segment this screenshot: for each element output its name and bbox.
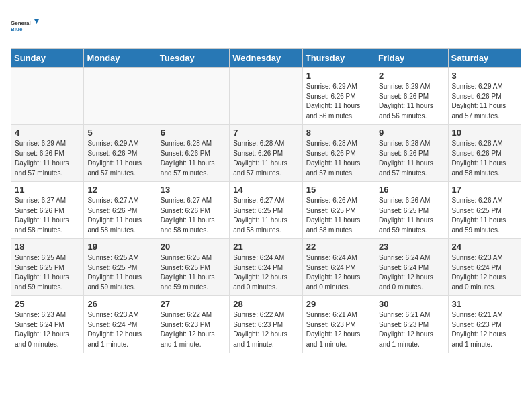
- logo-svg: General Blue: [11, 11, 40, 40]
- day-number: 21: [233, 242, 298, 252]
- day-number: 13: [161, 185, 226, 195]
- table-cell: 25Sunrise: 6:23 AM Sunset: 6:24 PM Dayli…: [11, 296, 84, 353]
- table-cell: 1Sunrise: 6:29 AM Sunset: 6:26 PM Daylig…: [302, 68, 375, 125]
- day-info: Sunrise: 6:25 AM Sunset: 6:25 PM Dayligh…: [87, 253, 152, 292]
- table-cell: 16Sunrise: 6:26 AM Sunset: 6:25 PM Dayli…: [375, 182, 448, 239]
- table-cell: 17Sunrise: 6:26 AM Sunset: 6:25 PM Dayli…: [448, 182, 521, 239]
- table-cell: 27Sunrise: 6:22 AM Sunset: 6:23 PM Dayli…: [157, 296, 229, 353]
- day-number: 27: [161, 299, 226, 309]
- table-cell: 3Sunrise: 6:29 AM Sunset: 6:26 PM Daylig…: [448, 68, 521, 125]
- table-cell: 29Sunrise: 6:21 AM Sunset: 6:23 PM Dayli…: [302, 296, 375, 353]
- table-cell: 19Sunrise: 6:25 AM Sunset: 6:25 PM Dayli…: [84, 239, 157, 296]
- day-number: 29: [306, 299, 371, 309]
- table-cell: 8Sunrise: 6:28 AM Sunset: 6:26 PM Daylig…: [302, 125, 375, 182]
- day-number: 23: [379, 242, 444, 252]
- day-info: Sunrise: 6:27 AM Sunset: 6:25 PM Dayligh…: [233, 196, 298, 235]
- week-row-3: 11Sunrise: 6:27 AM Sunset: 6:26 PM Dayli…: [11, 182, 521, 239]
- table-cell: [157, 68, 229, 125]
- day-info: Sunrise: 6:22 AM Sunset: 6:23 PM Dayligh…: [233, 310, 298, 349]
- table-cell: 13Sunrise: 6:27 AM Sunset: 6:26 PM Dayli…: [157, 182, 229, 239]
- header-row: SundayMondayTuesdayWednesdayThursdayFrid…: [11, 49, 521, 68]
- day-number: 15: [306, 185, 371, 195]
- header-sunday: Sunday: [11, 49, 84, 68]
- day-number: 20: [161, 242, 226, 252]
- table-cell: 7Sunrise: 6:28 AM Sunset: 6:26 PM Daylig…: [230, 125, 302, 182]
- table-cell: 10Sunrise: 6:28 AM Sunset: 6:26 PM Dayli…: [448, 125, 521, 182]
- table-cell: 15Sunrise: 6:26 AM Sunset: 6:25 PM Dayli…: [302, 182, 375, 239]
- header-thursday: Thursday: [302, 49, 375, 68]
- day-number: 12: [87, 185, 152, 195]
- table-cell: [11, 68, 84, 125]
- day-info: Sunrise: 6:28 AM Sunset: 6:26 PM Dayligh…: [306, 139, 371, 178]
- table-cell: [84, 68, 157, 125]
- day-number: 5: [87, 128, 152, 138]
- day-info: Sunrise: 6:29 AM Sunset: 6:26 PM Dayligh…: [306, 82, 371, 121]
- day-number: 6: [161, 128, 226, 138]
- day-info: Sunrise: 6:28 AM Sunset: 6:26 PM Dayligh…: [233, 139, 298, 178]
- table-cell: 26Sunrise: 6:23 AM Sunset: 6:24 PM Dayli…: [84, 296, 157, 353]
- svg-marker-2: [34, 19, 39, 24]
- day-number: 31: [452, 299, 517, 309]
- day-info: Sunrise: 6:27 AM Sunset: 6:26 PM Dayligh…: [15, 196, 80, 235]
- day-number: 26: [87, 299, 152, 309]
- day-info: Sunrise: 6:27 AM Sunset: 6:26 PM Dayligh…: [87, 196, 152, 235]
- calendar-table: SundayMondayTuesdayWednesdayThursdayFrid…: [11, 48, 521, 353]
- day-info: Sunrise: 6:28 AM Sunset: 6:26 PM Dayligh…: [452, 139, 517, 178]
- day-info: Sunrise: 6:23 AM Sunset: 6:24 PM Dayligh…: [15, 310, 80, 349]
- day-info: Sunrise: 6:29 AM Sunset: 6:26 PM Dayligh…: [87, 139, 152, 178]
- day-number: 14: [233, 185, 298, 195]
- day-number: 11: [15, 185, 80, 195]
- table-cell: 14Sunrise: 6:27 AM Sunset: 6:25 PM Dayli…: [230, 182, 302, 239]
- day-info: Sunrise: 6:25 AM Sunset: 6:25 PM Dayligh…: [161, 253, 226, 292]
- day-info: Sunrise: 6:23 AM Sunset: 6:24 PM Dayligh…: [452, 253, 517, 292]
- table-cell: 24Sunrise: 6:23 AM Sunset: 6:24 PM Dayli…: [448, 239, 521, 296]
- day-number: 19: [87, 242, 152, 252]
- day-info: Sunrise: 6:24 AM Sunset: 6:24 PM Dayligh…: [379, 253, 444, 292]
- day-number: 17: [452, 185, 517, 195]
- day-number: 1: [306, 71, 371, 81]
- header-wednesday: Wednesday: [230, 49, 302, 68]
- table-cell: 9Sunrise: 6:28 AM Sunset: 6:26 PM Daylig…: [375, 125, 448, 182]
- day-info: Sunrise: 6:26 AM Sunset: 6:25 PM Dayligh…: [379, 196, 444, 235]
- day-info: Sunrise: 6:28 AM Sunset: 6:26 PM Dayligh…: [161, 139, 226, 178]
- logo: General Blue: [11, 11, 40, 40]
- svg-text:Blue: Blue: [11, 26, 23, 32]
- day-info: Sunrise: 6:26 AM Sunset: 6:25 PM Dayligh…: [306, 196, 371, 235]
- table-cell: 6Sunrise: 6:28 AM Sunset: 6:26 PM Daylig…: [157, 125, 229, 182]
- table-cell: 12Sunrise: 6:27 AM Sunset: 6:26 PM Dayli…: [84, 182, 157, 239]
- table-cell: 28Sunrise: 6:22 AM Sunset: 6:23 PM Dayli…: [230, 296, 302, 353]
- day-number: 18: [15, 242, 80, 252]
- day-info: Sunrise: 6:21 AM Sunset: 6:23 PM Dayligh…: [452, 310, 517, 349]
- day-info: Sunrise: 6:25 AM Sunset: 6:25 PM Dayligh…: [15, 253, 80, 292]
- header: General Blue: [11, 11, 521, 40]
- day-number: 25: [15, 299, 80, 309]
- day-number: 24: [452, 242, 517, 252]
- header-tuesday: Tuesday: [157, 49, 229, 68]
- table-cell: 18Sunrise: 6:25 AM Sunset: 6:25 PM Dayli…: [11, 239, 84, 296]
- day-info: Sunrise: 6:27 AM Sunset: 6:26 PM Dayligh…: [161, 196, 226, 235]
- svg-text:General: General: [11, 20, 31, 26]
- day-info: Sunrise: 6:29 AM Sunset: 6:26 PM Dayligh…: [15, 139, 80, 178]
- day-info: Sunrise: 6:21 AM Sunset: 6:23 PM Dayligh…: [306, 310, 371, 349]
- day-number: 3: [452, 71, 517, 81]
- day-number: 28: [233, 299, 298, 309]
- week-row-5: 25Sunrise: 6:23 AM Sunset: 6:24 PM Dayli…: [11, 296, 521, 353]
- day-info: Sunrise: 6:24 AM Sunset: 6:24 PM Dayligh…: [233, 253, 298, 292]
- table-cell: 5Sunrise: 6:29 AM Sunset: 6:26 PM Daylig…: [84, 125, 157, 182]
- day-number: 4: [15, 128, 80, 138]
- week-row-4: 18Sunrise: 6:25 AM Sunset: 6:25 PM Dayli…: [11, 239, 521, 296]
- day-number: 7: [233, 128, 298, 138]
- table-cell: 11Sunrise: 6:27 AM Sunset: 6:26 PM Dayli…: [11, 182, 84, 239]
- day-number: 8: [306, 128, 371, 138]
- week-row-1: 1Sunrise: 6:29 AM Sunset: 6:26 PM Daylig…: [11, 68, 521, 125]
- day-info: Sunrise: 6:22 AM Sunset: 6:23 PM Dayligh…: [161, 310, 226, 349]
- day-info: Sunrise: 6:28 AM Sunset: 6:26 PM Dayligh…: [379, 139, 444, 178]
- week-row-2: 4Sunrise: 6:29 AM Sunset: 6:26 PM Daylig…: [11, 125, 521, 182]
- table-cell: 2Sunrise: 6:29 AM Sunset: 6:26 PM Daylig…: [375, 68, 448, 125]
- table-cell: 20Sunrise: 6:25 AM Sunset: 6:25 PM Dayli…: [157, 239, 229, 296]
- table-cell: [230, 68, 302, 125]
- day-info: Sunrise: 6:29 AM Sunset: 6:26 PM Dayligh…: [452, 82, 517, 121]
- day-number: 2: [379, 71, 444, 81]
- table-cell: 4Sunrise: 6:29 AM Sunset: 6:26 PM Daylig…: [11, 125, 84, 182]
- table-cell: 30Sunrise: 6:21 AM Sunset: 6:23 PM Dayli…: [375, 296, 448, 353]
